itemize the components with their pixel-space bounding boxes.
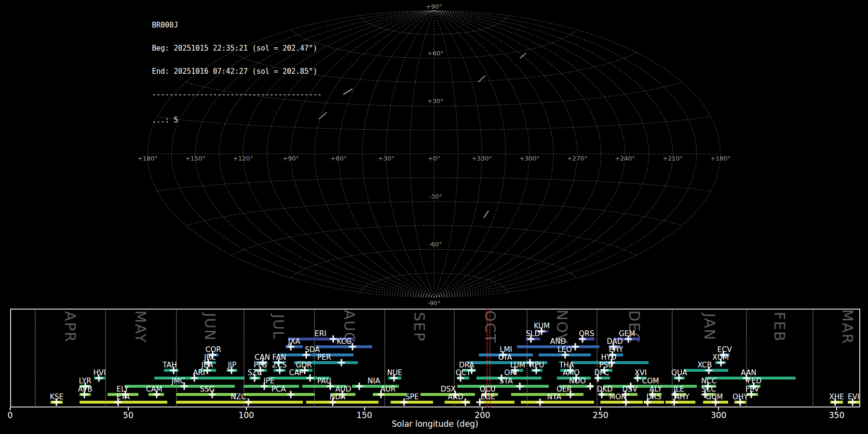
x-axis-tick-label: 0	[8, 410, 13, 420]
shower-label-avb: AVB	[78, 386, 93, 393]
shower-label-aud: AUD	[336, 386, 352, 393]
shower-label-leo: LEO	[557, 346, 572, 353]
shower-label-tah: TAH	[163, 362, 177, 368]
shower-label-can: CAN	[255, 354, 270, 361]
shower-label-nda: NDA	[329, 393, 345, 400]
shower-label-ard: ARD	[448, 393, 463, 400]
shower-label-pca: PCA	[271, 386, 286, 393]
shower-label-ori: ORI	[504, 369, 517, 376]
meteor-trail	[343, 89, 353, 95]
shower-label-and: AND	[550, 338, 566, 345]
shower-label-hvi: HVI	[93, 369, 106, 376]
longitude-label: +0°	[428, 155, 440, 162]
shower-label-dad: DAD	[607, 338, 623, 345]
shower-label-cta: CTA	[498, 354, 512, 361]
shower-label-lyr: LYR	[79, 378, 92, 384]
shower-label-nta: NTA	[547, 393, 561, 400]
south-pole-label: -90°	[427, 299, 441, 307]
shower-label-sld: SLD	[526, 330, 540, 337]
longitude-label: +60°	[330, 155, 347, 162]
meteor-observation-screen: +90°-90°+180°+150°+120°+90°+60°+30°+0°+3…	[0, 0, 868, 434]
shower-label-noo: NOO	[569, 378, 586, 384]
shower-label-amo: AMO	[563, 369, 580, 376]
shower-label-lum: LUM	[510, 362, 526, 368]
shower-label-nia: NIA	[367, 378, 380, 384]
latitude-label: -60°	[429, 241, 442, 248]
latitude-label: -30°	[429, 193, 442, 200]
shower-label-per: PER	[317, 354, 331, 361]
longitude-label: +300°	[519, 155, 540, 162]
end-time: End: 20251016 07:42:27 (sol = 202.85°)	[152, 68, 322, 75]
longitude-label: +90°	[283, 155, 299, 162]
shower-label-oer: OER	[556, 386, 572, 393]
shower-label-szc: SZC	[247, 369, 262, 376]
longitude-label: +180°	[137, 155, 158, 162]
station-id: BR000J	[152, 21, 322, 29]
shower-label-psu: PSU	[599, 362, 614, 368]
x-axis-tick-label: 100	[238, 410, 254, 420]
shower-label-ncc: NCC	[701, 378, 717, 384]
shower-label-qua: QUA	[671, 369, 687, 376]
header-separator: ---------------------------------------	[152, 91, 322, 98]
shower-label-xvi: XVI	[635, 369, 647, 376]
shower-peak-marker-nia	[355, 383, 363, 390]
longitude-label: +210°	[663, 155, 683, 162]
observation-header: BR000J Beg: 20251015 22:35:21 (sol = 202…	[152, 6, 322, 139]
shower-label-mon: MON	[609, 393, 626, 400]
shower-label-tha: THA	[559, 362, 574, 368]
longitude-label: +150°	[185, 155, 205, 162]
shower-label-pps: PPS	[254, 362, 267, 368]
current-sol-line	[487, 309, 490, 407]
shower-label-eta: ETA	[116, 393, 130, 400]
shower-label-kse: KSE	[50, 393, 64, 400]
shower-label-jmc: JMC	[172, 378, 185, 384]
shower-label-jrc: JRC	[204, 354, 216, 361]
shower-peak-marker-cap	[306, 375, 313, 382]
shower-label-spe: SPE	[405, 393, 419, 400]
shower-label-dpc: DPC	[594, 369, 609, 376]
longitude-label: +180°	[710, 155, 731, 162]
longitude-label: +120°	[233, 155, 253, 162]
shower-label-evi: EVI	[848, 393, 859, 400]
shower-label-gdr: GDR	[296, 362, 312, 368]
shower-label-nzc: NZC	[231, 393, 246, 400]
longitude-label: +270°	[567, 155, 587, 162]
shower-label-rpu: RPU	[529, 362, 544, 368]
shower-label-jle: JLE	[674, 386, 684, 393]
shower-label-kcg: KCG	[337, 338, 352, 345]
meteor-trail	[478, 76, 485, 82]
shower-label-eri: ERI	[314, 330, 326, 337]
shower-label-ehy: EHY	[609, 346, 623, 353]
shower-peak-marker-pca	[287, 391, 294, 398]
shower-label-jxa: JXA	[288, 338, 300, 345]
x-axis-tick-label: 300	[711, 410, 726, 420]
shower-label-dsx: DSX	[441, 386, 456, 393]
shower-label-nue: NUE	[387, 369, 403, 376]
shower-label-jea: JEA	[202, 362, 213, 368]
shower-label-gum: GUM	[706, 393, 723, 400]
shower-label-xhe: XHE	[829, 393, 844, 400]
shower-label-xum: XUM	[712, 354, 729, 361]
shower-label-com: COM	[642, 378, 659, 384]
shower-peak-marker-nta	[536, 399, 543, 406]
shower-peak-marker-noo	[587, 383, 594, 390]
shower-label-sta: STA	[500, 378, 513, 384]
latitude-label: +60°	[427, 50, 444, 57]
shower-label-cor: COR	[205, 346, 221, 353]
shower-label-zcs: ZCS	[272, 362, 286, 368]
sky-map-svg: +90°-90°+180°+150°+120°+90°+60°+30°+0°+3…	[0, 0, 868, 309]
shower-label-kum: KUM	[534, 323, 550, 329]
shower-label-ssg: SSG	[200, 386, 215, 393]
x-axis-tick-label: 200	[475, 410, 490, 420]
shower-label-hyd: HYD	[601, 354, 616, 361]
shower-peak-marker-eri	[329, 336, 337, 343]
shower-label-oct: OCT	[456, 369, 471, 376]
shower-label-xcb: XCB	[697, 362, 712, 368]
shower-label-aur: AUR	[380, 386, 396, 393]
shower-label-fev: FEV	[746, 386, 759, 393]
longitude-label: +330°	[472, 155, 492, 162]
shower-label-dra: DRA	[459, 362, 475, 368]
meteor-count: ...: 5	[152, 116, 322, 124]
latitude-label: +30°	[427, 97, 444, 105]
shower-label-aly: ALY	[650, 386, 662, 393]
